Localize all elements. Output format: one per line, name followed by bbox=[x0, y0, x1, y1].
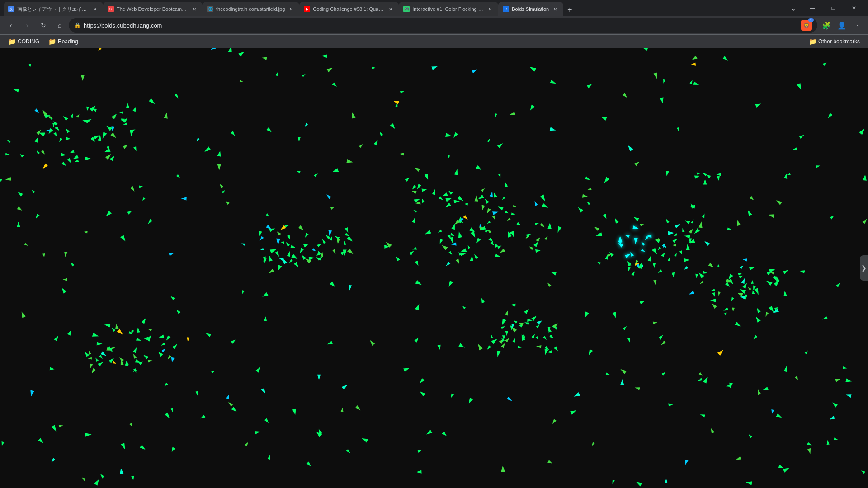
tab-5-label: Interactive #1: Color Flocking – ... bbox=[412, 6, 484, 12]
tab-1-close[interactable]: ✕ bbox=[91, 5, 99, 13]
maximize-button[interactable]: □ bbox=[823, 1, 844, 15]
back-button[interactable]: ‹ bbox=[4, 18, 18, 33]
tabs-container: あ 画像とレイアウト｜クリエイティブコーデ... ✕ U The Web Dev… bbox=[4, 0, 784, 16]
tab-1[interactable]: あ 画像とレイアウト｜クリエイティブコーデ... ✕ bbox=[4, 2, 103, 16]
bookmarks-bar: 📁 CODING 📁 Reading 📁 Other bookmarks bbox=[0, 34, 868, 48]
nav-bar: ‹ › ↻ ⌂ 🔒 https://boids.cubedhuang.com 🦁… bbox=[0, 16, 868, 34]
tab-6-close[interactable]: ✕ bbox=[552, 5, 559, 13]
tab-3-label: thecodingtrain.com/starfield.jpg bbox=[216, 6, 285, 12]
tab-6-favicon: B bbox=[503, 6, 509, 12]
tab-4-label: Coding Challenge #98.1: Quadtr... bbox=[313, 6, 384, 12]
nav-actions: 🧩 👤 ⋮ bbox=[819, 18, 864, 33]
shield-badge: 1 bbox=[808, 18, 814, 22]
boids-canvas[interactable] bbox=[0, 48, 868, 488]
minimize-button[interactable]: — bbox=[802, 1, 823, 15]
tab-4-favicon: ▶ bbox=[304, 6, 310, 12]
main-content: ❯ bbox=[0, 48, 868, 488]
close-button[interactable]: ✕ bbox=[844, 1, 864, 15]
tab-3[interactable]: 🌐 thecodingtrain.com/starfield.jpg ✕ bbox=[203, 2, 299, 16]
tab-1-label: 画像とレイアウト｜クリエイティブコーデ... bbox=[17, 6, 89, 13]
reading-label: Reading bbox=[58, 38, 78, 45]
new-tab-button[interactable]: + bbox=[563, 4, 576, 16]
address-bar[interactable]: 🔒 https://boids.cubedhuang.com 🦁 1 bbox=[69, 18, 817, 33]
tab-overflow-button[interactable]: ⌄ bbox=[788, 3, 798, 14]
other-bookmarks-label: Other bookmarks bbox=[818, 38, 860, 45]
coding-folder-icon: 📁 bbox=[8, 38, 16, 45]
title-bar: あ 画像とレイアウト｜クリエイティブコーデ... ✕ U The Web Dev… bbox=[0, 0, 868, 16]
tab-4[interactable]: ▶ Coding Challenge #98.1: Quadtr... ✕ bbox=[299, 2, 399, 16]
tab-2-favicon: U bbox=[108, 6, 114, 12]
other-folder-icon: 📁 bbox=[809, 38, 816, 45]
url-display: https://boids.cubedhuang.com bbox=[84, 22, 798, 29]
tab-6[interactable]: B Boids Simulation ✕ bbox=[498, 2, 563, 16]
tab-5[interactable]: 🎮 Interactive #1: Color Flocking – ... ✕ bbox=[399, 2, 498, 16]
tab-5-favicon: 🎮 bbox=[403, 6, 410, 12]
bookmark-coding[interactable]: 📁 CODING bbox=[5, 37, 43, 46]
tab-3-close[interactable]: ✕ bbox=[288, 5, 295, 13]
tab-4-close[interactable]: ✕ bbox=[387, 5, 394, 13]
sidebar-expand-button[interactable]: ❯ bbox=[860, 255, 868, 281]
bookmark-reading[interactable]: 📁 Reading bbox=[45, 37, 82, 46]
sidebar-expand-icon: ❯ bbox=[861, 264, 867, 272]
browser-frame: あ 画像とレイアウト｜クリエイティブコーデ... ✕ U The Web Dev… bbox=[0, 0, 868, 488]
forward-button[interactable]: › bbox=[20, 18, 34, 33]
brave-shield[interactable]: 🦁 1 bbox=[801, 20, 812, 31]
extensions-button[interactable]: 🧩 bbox=[819, 18, 834, 33]
reload-button[interactable]: ↻ bbox=[36, 18, 51, 33]
window-controls: — □ ✕ bbox=[802, 1, 864, 15]
menu-button[interactable]: ⋮ bbox=[850, 18, 864, 33]
lock-icon: 🔒 bbox=[74, 22, 81, 28]
other-bookmarks[interactable]: 📁 Other bookmarks bbox=[805, 37, 863, 46]
coding-label: CODING bbox=[18, 38, 39, 45]
home-button[interactable]: ⌂ bbox=[52, 18, 67, 33]
tab-3-favicon: 🌐 bbox=[207, 6, 213, 12]
reading-folder-icon: 📁 bbox=[48, 38, 56, 45]
tab-2[interactable]: U The Web Developer Bootcamp 2... ✕ bbox=[103, 2, 203, 16]
profile-button[interactable]: 👤 bbox=[835, 18, 849, 33]
tab-2-label: The Web Developer Bootcamp 2... bbox=[117, 6, 188, 12]
tab-6-label: Boids Simulation bbox=[512, 6, 549, 12]
tab-2-close[interactable]: ✕ bbox=[191, 5, 198, 13]
tab-5-close[interactable]: ✕ bbox=[486, 5, 494, 13]
tab-1-favicon: あ bbox=[8, 6, 14, 12]
